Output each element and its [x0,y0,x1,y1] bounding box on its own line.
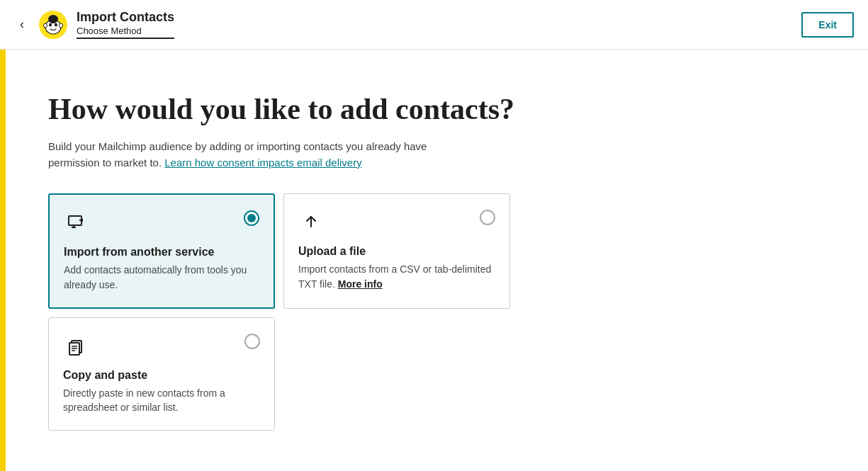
card-upload-file-label: Upload a file [298,245,495,258]
card-copy-paste-radio[interactable] [244,334,260,349]
svg-point-7 [60,23,63,28]
card-import-service-label: Import from another service [64,246,259,259]
svg-point-3 [55,23,57,26]
learn-link[interactable]: Learn how consent impacts email delivery [164,157,361,169]
page-wrapper: How would you like to add contacts? Buil… [0,50,868,471]
header-left: ‹ Import Contacts Choose Method [14,10,174,40]
svg-point-5 [50,18,57,23]
card-upload-file-desc: Import contacts from a CSV or tab-delimi… [298,262,495,291]
upload-icon-svg [301,212,321,232]
card-copy-paste-top [63,334,260,359]
service-icon [64,210,89,236]
card-copy-paste-desc: Directly paste in new contacts from a sp… [63,386,260,415]
mailchimp-logo [38,10,68,40]
cards-grid: Import from another service Add contacts… [48,193,825,431]
clipboard-icon [63,334,89,359]
svg-point-6 [44,23,47,28]
exit-button[interactable]: Exit [801,12,854,38]
page-heading: How would you like to add contacts? [48,92,825,126]
upload-icon [298,210,324,235]
main-content: How would you like to add contacts? Buil… [6,50,868,471]
svg-point-2 [49,23,52,26]
yellow-bar [0,50,6,471]
header-subtitle: Choose Method [77,25,174,39]
header-title: Import Contacts [77,10,174,25]
card-upload-file-top [298,210,495,235]
card-upload-file[interactable]: Upload a file Import contacts from a CSV… [283,193,510,309]
card-upload-desc-text: Import contacts from a CSV or tab-delimi… [298,263,491,289]
header-title-block: Import Contacts Choose Method [77,10,174,40]
card-import-service-desc: Add contacts automatically from tools yo… [64,263,259,292]
radio-inner [247,214,256,222]
card-import-service-radio[interactable] [244,210,259,226]
card-upload-file-radio[interactable] [480,210,495,225]
page-header: ‹ Import Contacts Choose Method Exit [0,0,868,50]
card-import-service-top [64,210,259,236]
more-info-link[interactable]: More info [338,278,383,290]
service-icon-svg [67,213,86,233]
card-copy-paste-label: Copy and paste [63,369,260,382]
card-import-service[interactable]: Import from another service Add contacts… [48,193,275,309]
card-copy-paste[interactable]: Copy and paste Directly paste in new con… [48,317,275,431]
clipboard-icon-svg [66,336,86,356]
back-button[interactable]: ‹ [14,14,30,35]
page-description: Build your Mailchimp audience by adding … [48,139,473,171]
